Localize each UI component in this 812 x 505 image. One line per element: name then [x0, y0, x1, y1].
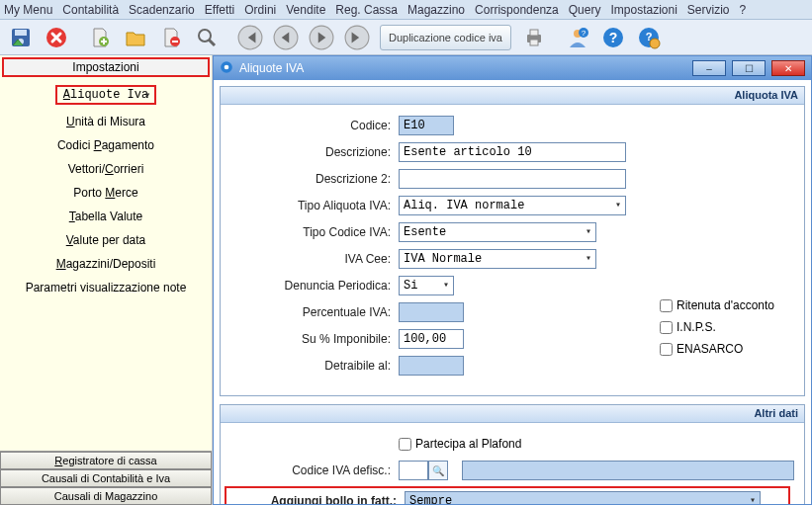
menu-effetti[interactable]: Effetti [205, 3, 234, 17]
sidebar-item-valute-per-data[interactable]: Valute per data [66, 233, 146, 247]
bottom-causali-magazzino[interactable]: Causali di Magazzino [0, 487, 212, 505]
sidebar-bottom: Registratore di cassa Causali di Contabi… [0, 451, 212, 505]
sidebar-item-vettori-corrieri[interactable]: Vettori/Corrieri [68, 162, 144, 176]
label-tipo-aliquota: Tipo Aliquota IVA: [221, 199, 399, 212]
menu-help[interactable]: ? [740, 3, 747, 17]
group-aliquota-iva-header: Aliquota IVA [221, 87, 804, 105]
group-altri-dati-header: Altri dati [221, 405, 804, 423]
sidebar-item-tabella-valute[interactable]: Tabella Valute [69, 210, 143, 223]
svg-rect-12 [530, 30, 538, 36]
input-codice-iva-defisc[interactable] [399, 461, 428, 480]
bottom-registratore-cassa[interactable]: Registratore di cassa [0, 452, 212, 469]
sidebar-item-parametri-note[interactable]: Parametri visualizzazione note [26, 281, 187, 295]
minimize-button[interactable]: – [692, 60, 726, 76]
checkbox-enasarco[interactable]: ENASARCO [660, 342, 774, 356]
input-codice[interactable] [399, 116, 454, 135]
select-denuncia-periodica[interactable]: Si [399, 276, 454, 295]
print-button[interactable] [517, 23, 551, 52]
search-button[interactable] [190, 23, 224, 52]
window-title: Aliquote IVA [239, 61, 304, 75]
delete-button[interactable] [154, 23, 188, 52]
input-descrizione2[interactable] [399, 169, 626, 189]
label-aggiungi-bollo: Aggiungi bollo in fatt.: [226, 494, 405, 504]
checkbox-plafond[interactable]: Partecipa al Plafond [399, 437, 521, 451]
label-denuncia-periodica: Denuncia Periodica: [221, 279, 399, 293]
menu-query[interactable]: Query [569, 3, 601, 17]
svg-text:?: ? [582, 29, 586, 38]
select-tipo-codice[interactable]: Esente [399, 222, 596, 242]
last-button[interactable] [340, 23, 374, 52]
sidebar-nav: Aliquote Iva Unità di Misura Codici Paga… [0, 81, 212, 505]
sidebar-item-codici-pagamento[interactable]: Codici Pagamento [57, 138, 154, 152]
sidebar-item-unita-misura[interactable]: Unità di Misura [66, 115, 145, 128]
svg-rect-1 [15, 30, 27, 36]
aliquote-iva-window: Aliquote IVA – ☐ ✕ Aliquota IVA Codice: [213, 55, 812, 505]
checkbox-ritenuta[interactable]: Ritenuta d'acconto [660, 298, 774, 312]
svg-text:?: ? [609, 30, 618, 45]
menu-vendite[interactable]: Vendite [286, 3, 325, 17]
sidebar-header: Impostazioni [2, 57, 210, 77]
input-detraibile-al[interactable] [399, 356, 464, 376]
open-button[interactable] [119, 23, 152, 52]
sidebar-item-aliquote-iva[interactable]: Aliquote Iva [55, 85, 156, 105]
help-button[interactable]: ? [596, 23, 630, 52]
menu-servizio[interactable]: Servizio [687, 3, 730, 17]
svg-rect-13 [530, 40, 538, 45]
label-percentuale-iva: Percentuale IVA: [221, 305, 399, 319]
toolbar: Duplicazione codice iva ? ? ? [0, 20, 812, 55]
checkbox-inps[interactable]: I.N.P.S. [660, 320, 774, 334]
window-icon [220, 60, 233, 77]
label-tipo-codice: Tipo Codice IVA: [221, 225, 399, 239]
svg-point-23 [225, 64, 229, 69]
menu-magazzino[interactable]: Magazzino [407, 3, 465, 17]
save-button[interactable] [4, 23, 38, 52]
duplicate-iva-button[interactable]: Duplicazione codice iva [380, 25, 511, 50]
menu-mymenu[interactable]: My Menu [4, 3, 52, 17]
bottom-causali-contabilita-iva[interactable]: Causali di Contabilità e Iva [0, 469, 212, 487]
sidebar-item-magazzini-depositi[interactable]: Magazzini/Depositi [56, 257, 156, 271]
label-su-imponibile: Su % Imponibile: [221, 332, 399, 346]
menu-regcassa[interactable]: Reg. Cassa [335, 3, 398, 17]
label-codice-iva-defisc: Codice IVA defisc.: [221, 463, 399, 477]
input-percentuale-iva[interactable] [399, 302, 464, 322]
label-descrizione: Descrizione: [221, 145, 399, 159]
menu-scadenzario[interactable]: Scadenzario [129, 3, 195, 17]
prev-button[interactable] [269, 23, 303, 52]
label-codice: Codice: [221, 119, 399, 132]
cancel-button[interactable] [40, 23, 73, 52]
menu-impostazioni[interactable]: Impostazioni [610, 3, 677, 17]
first-button[interactable] [233, 23, 267, 52]
input-codice-iva-defisc-descr[interactable] [462, 461, 794, 480]
menu-contabilita[interactable]: Contabilità [62, 3, 119, 17]
input-descrizione[interactable] [399, 142, 626, 162]
maximize-button[interactable]: ☐ [732, 60, 766, 76]
menu-corrispondenza[interactable]: Corrispondenza [475, 3, 559, 17]
menu-ordini[interactable]: Ordini [244, 3, 276, 17]
label-iva-cee: IVA Cee: [221, 252, 399, 266]
svg-point-21 [650, 39, 660, 48]
label-descrizione2: Descrizione 2: [221, 172, 399, 186]
menubar: My Menu Contabilità Scadenzario Effetti … [0, 0, 812, 20]
input-su-imponibile[interactable] [399, 329, 464, 349]
select-tipo-aliquota[interactable]: Aliq. IVA normale [399, 196, 626, 215]
help-user-button[interactable]: ? [561, 23, 594, 52]
select-aggiungi-bollo[interactable]: Sempre [405, 491, 761, 504]
titlebar: Aliquote IVA – ☐ ✕ [214, 56, 811, 80]
sidebar-item-porto-merce[interactable]: Porto Merce [73, 186, 137, 200]
lookup-codice-defisc-button[interactable]: 🔍 [428, 461, 448, 480]
help-settings-button[interactable]: ? [632, 23, 666, 52]
new-button[interactable] [83, 23, 117, 52]
sidebar: Impostazioni Aliquote Iva Unità di Misur… [0, 55, 213, 505]
close-button[interactable]: ✕ [771, 60, 805, 76]
next-button[interactable] [305, 23, 338, 52]
label-detraibile-al: Detraibile al: [221, 359, 399, 373]
group-altri-dati: Altri dati Partecipa al Plafond Codice I… [220, 404, 805, 504]
group-aliquota-iva: Aliquota IVA Codice: Descrizione: Descri… [220, 86, 805, 396]
select-iva-cee[interactable]: IVA Normale [399, 249, 596, 269]
